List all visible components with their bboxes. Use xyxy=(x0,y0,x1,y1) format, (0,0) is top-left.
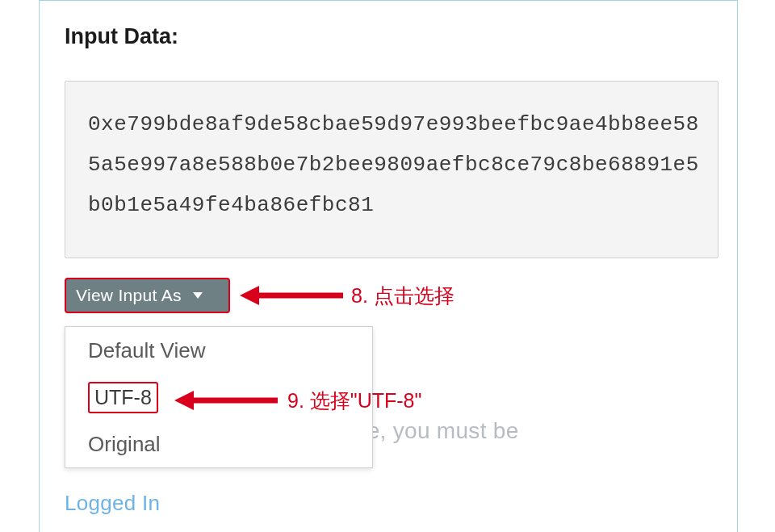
annotation-arrow-9-icon xyxy=(174,386,278,415)
annotation-text-8: 8. 点击选择 xyxy=(351,283,455,309)
svg-marker-1 xyxy=(240,286,259,305)
input-data-box: 0xe799bde8af9de58cbae59d97e993beefbc9ae4… xyxy=(65,81,718,258)
menu-item-original[interactable]: Original xyxy=(65,421,372,467)
view-input-as-label: View Input As xyxy=(76,286,182,305)
annotation-text-9: 9. 选择"UTF-8" xyxy=(287,387,421,414)
chevron-down-icon xyxy=(193,292,203,299)
svg-marker-3 xyxy=(174,391,194,410)
menu-item-utf8-label: UTF-8 xyxy=(88,382,158,413)
background-logged-in-link[interactable]: Logged In xyxy=(65,491,160,516)
annotation-arrow-8-icon xyxy=(240,281,343,310)
view-input-as-button[interactable]: View Input As xyxy=(65,278,230,313)
menu-item-default-view[interactable]: Default View xyxy=(65,327,372,374)
input-data-heading: Input Data: xyxy=(65,24,178,49)
input-data-hex: 0xe799bde8af9de58cbae59d97e993beefbc9ae4… xyxy=(88,104,702,225)
